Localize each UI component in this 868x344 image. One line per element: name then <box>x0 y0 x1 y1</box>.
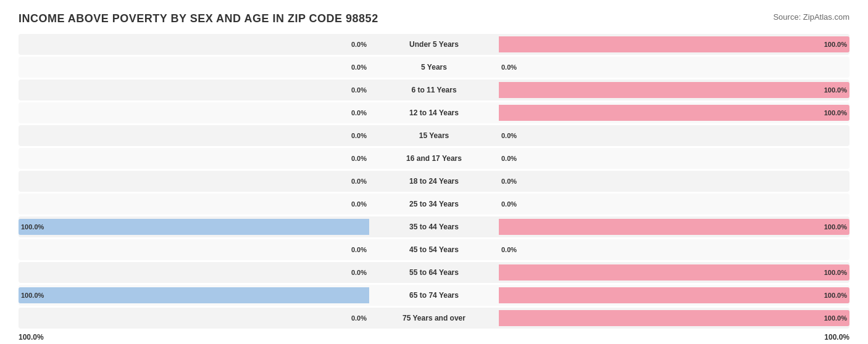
bar-row: 0.0%25 to 34 Years0.0% <box>19 194 849 215</box>
male-value-inside: 100.0% <box>21 292 44 299</box>
row-center-label: Under 5 Years <box>369 40 499 49</box>
female-bar-area: 0.0% <box>499 246 849 253</box>
male-value-outside: 0.0% <box>351 86 367 94</box>
male-value-outside: 0.0% <box>351 109 367 117</box>
row-center-label: 15 Years <box>369 131 499 140</box>
female-bar-area: 0.0% <box>499 200 849 208</box>
row-center-label: 16 and 17 Years <box>369 154 499 163</box>
female-bar-area: 100.0% <box>499 310 849 326</box>
row-center-label: 6 to 11 Years <box>369 86 499 94</box>
female-value-inside: 100.0% <box>824 223 847 231</box>
female-value-outside: 0.0% <box>501 200 517 208</box>
male-bar-area: 0.0% <box>19 269 369 276</box>
female-bar: 100.0% <box>499 105 849 121</box>
female-bar: 100.0% <box>499 310 849 326</box>
bottom-left-label: 100.0% <box>19 333 44 342</box>
bar-row: 0.0%5 Years0.0% <box>19 57 849 78</box>
female-value-inside: 100.0% <box>824 292 847 299</box>
male-value-outside: 0.0% <box>351 178 367 185</box>
male-value-outside: 0.0% <box>351 269 367 276</box>
row-center-label: 75 Years and over <box>369 314 499 322</box>
male-bar-area: 0.0% <box>19 132 369 139</box>
bar-row: 0.0%Under 5 Years100.0% <box>19 34 849 55</box>
female-value-inside: 100.0% <box>824 109 847 117</box>
female-value-inside: 100.0% <box>824 269 847 276</box>
male-bar-area: 0.0% <box>19 155 369 162</box>
male-bar-area: 0.0% <box>19 41 369 48</box>
male-value-outside: 0.0% <box>351 200 367 208</box>
male-value-outside: 0.0% <box>351 132 367 139</box>
bar-row: 0.0%18 to 24 Years0.0% <box>19 171 849 192</box>
row-center-label: 12 to 14 Years <box>369 109 499 117</box>
male-bar: 100.0% <box>19 219 369 235</box>
bar-row: 0.0%75 Years and over100.0% <box>19 308 849 329</box>
bar-row: 0.0%6 to 11 Years100.0% <box>19 80 849 100</box>
female-bar-area: 0.0% <box>499 63 849 71</box>
bottom-axis-labels: 100.0%100.0% <box>19 330 849 342</box>
row-center-label: 45 to 54 Years <box>369 245 499 254</box>
male-value-outside: 0.0% <box>351 314 367 322</box>
bar-row: 0.0%15 Years0.0% <box>19 125 849 146</box>
male-bar-area: 100.0% <box>19 287 369 303</box>
female-bar-area: 0.0% <box>499 132 849 139</box>
male-bar-area: 0.0% <box>19 109 369 117</box>
male-bar: 100.0% <box>19 287 369 303</box>
female-bar-area: 100.0% <box>499 264 849 281</box>
female-bar: 100.0% <box>499 219 849 235</box>
bar-row: 100.0%65 to 74 Years100.0% <box>19 285 849 306</box>
female-bar-area: 100.0% <box>499 82 849 98</box>
female-bar: 100.0% <box>499 264 849 281</box>
male-bar-area: 0.0% <box>19 314 369 322</box>
female-bar: 100.0% <box>499 287 849 303</box>
female-bar-area: 0.0% <box>499 155 849 162</box>
chart-wrapper: INCOME ABOVE POVERTY BY SEX AND AGE IN Z… <box>19 12 849 344</box>
bar-row: 100.0%35 to 44 Years100.0% <box>19 216 849 237</box>
female-value-outside: 0.0% <box>501 63 517 71</box>
female-bar: 100.0% <box>499 36 849 52</box>
male-bar-area: 0.0% <box>19 63 369 71</box>
male-value-outside: 0.0% <box>351 155 367 162</box>
male-bar-area: 0.0% <box>19 200 369 208</box>
chart-title: INCOME ABOVE POVERTY BY SEX AND AGE IN Z… <box>19 12 378 25</box>
male-bar-area: 0.0% <box>19 86 369 94</box>
female-value-inside: 100.0% <box>824 41 847 48</box>
male-value-outside: 0.0% <box>351 63 367 71</box>
source-label: Source: ZipAtlas.com <box>773 12 849 22</box>
row-center-label: 25 to 34 Years <box>369 200 499 208</box>
female-value-inside: 100.0% <box>824 86 847 94</box>
male-bar-area: 0.0% <box>19 246 369 253</box>
female-value-outside: 0.0% <box>501 155 517 162</box>
female-bar-area: 100.0% <box>499 219 849 235</box>
female-value-outside: 0.0% <box>501 132 517 139</box>
female-value-outside: 0.0% <box>501 178 517 185</box>
female-bar-area: 0.0% <box>499 178 849 185</box>
male-bar-area: 0.0% <box>19 178 369 185</box>
chart-container: 0.0%Under 5 Years100.0%0.0%5 Years0.0%0.… <box>19 34 849 342</box>
bar-row: 0.0%16 and 17 Years0.0% <box>19 148 849 169</box>
male-value-inside: 100.0% <box>21 223 44 231</box>
male-value-outside: 0.0% <box>351 246 367 253</box>
row-center-label: 55 to 64 Years <box>369 268 499 277</box>
row-center-label: 65 to 74 Years <box>369 291 499 300</box>
male-value-outside: 0.0% <box>351 41 367 48</box>
female-bar: 100.0% <box>499 82 849 98</box>
female-bar-area: 100.0% <box>499 105 849 121</box>
female-value-inside: 100.0% <box>824 314 847 322</box>
male-bar-area: 100.0% <box>19 219 369 235</box>
female-bar-area: 100.0% <box>499 287 849 303</box>
row-center-label: 35 to 44 Years <box>369 223 499 231</box>
bar-row: 0.0%12 to 14 Years100.0% <box>19 102 849 123</box>
female-bar-area: 100.0% <box>499 36 849 52</box>
female-value-outside: 0.0% <box>501 246 517 253</box>
bar-row: 0.0%45 to 54 Years0.0% <box>19 239 849 260</box>
bottom-right-label: 100.0% <box>824 333 849 342</box>
row-center-label: 5 Years <box>369 63 499 72</box>
bar-row: 0.0%55 to 64 Years100.0% <box>19 262 849 283</box>
row-center-label: 18 to 24 Years <box>369 177 499 186</box>
